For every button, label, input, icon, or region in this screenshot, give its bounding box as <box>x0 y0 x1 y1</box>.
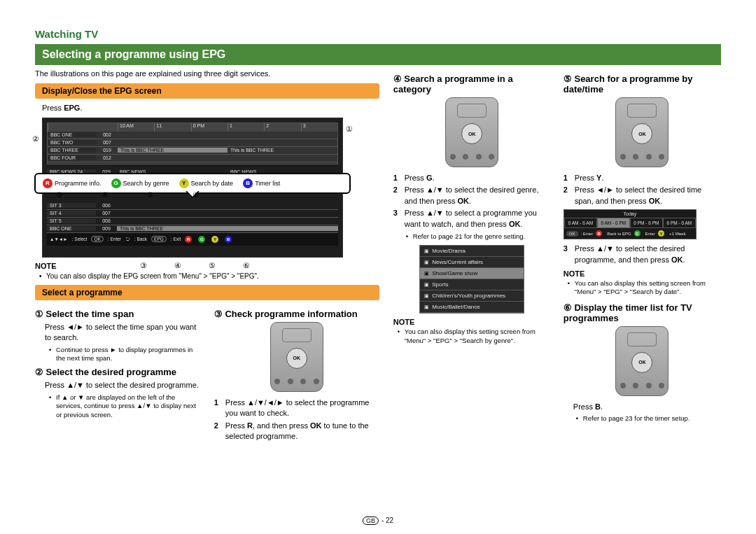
press-epg-suffix: . <box>80 104 82 112</box>
time-0: 10 AM <box>118 123 154 132</box>
step5-note-label: NOTE <box>564 269 721 278</box>
b-icon: B <box>243 178 253 188</box>
date-slot-selected: 6 AM - 0 PM <box>597 218 630 228</box>
step6-bullet: Refer to page 23 for the timer setup. <box>576 414 721 423</box>
time-3: 1 <box>227 123 264 132</box>
page-number: - 22 <box>382 517 393 524</box>
remote-icon: OK <box>270 322 323 392</box>
callout-2: ② <box>32 134 39 143</box>
time-2: 0 PM <box>191 123 227 132</box>
press-epg-prefix: Press <box>42 104 64 112</box>
genre-item: Movie/Drama <box>420 246 524 257</box>
section-header: Watching TV <box>35 28 721 40</box>
epg-grid-top: 10 AM 11 0 PM 1 2 3 BBC ONE002 BBC TWO00… <box>47 122 338 164</box>
step3-title: ③ Check programme information <box>214 309 379 319</box>
genre-menu: Movie/Drama News/Current affairs Show/Ga… <box>419 245 524 314</box>
genre-item: Music/Ballet/Dance <box>420 302 524 313</box>
r-icon: R <box>43 178 52 188</box>
remote-icon: OK <box>615 326 668 396</box>
left-column: The illustrations on this page are expla… <box>35 69 379 444</box>
bar-display-close: Display/Close the EPG screen <box>35 83 379 99</box>
region-badge: GB <box>363 517 379 525</box>
note1-text: You can also display the EPG screen from… <box>39 272 379 281</box>
intro-text: The illustrations on this page are expla… <box>35 69 379 78</box>
step2-bullet: If ▲ or ▼ are displayed on the left of t… <box>49 393 200 419</box>
genre-item: Sports <box>420 279 524 290</box>
y-label: Search by date <box>191 179 234 186</box>
time-5: 3 <box>301 123 337 132</box>
step3-li1: Press ▲/▼/◄/► to select the programme yo… <box>225 398 370 417</box>
press-epg-line: Press EPG. <box>35 103 379 113</box>
epg-screen: 10 AM 11 0 PM 1 2 3 BBC ONE002 BBC TWO00… <box>42 118 343 258</box>
time-1: 11 <box>154 123 190 132</box>
genre-item: Children's/Youth programmes <box>420 290 524 302</box>
remote-icon: OK <box>445 97 498 167</box>
y-icon: Y <box>179 178 189 188</box>
page-footer: GB- 22 <box>363 517 393 524</box>
bar-select-prog: Select a programme <box>35 285 379 300</box>
step-3: ③ Check programme information OK 1Press … <box>214 304 379 445</box>
step4-bullet: Refer to page 21 for the genre setting. <box>406 232 551 241</box>
step2-title: ② Select the desired programme <box>35 367 200 377</box>
step-4-col: ④ Search a programme in a category OK 1P… <box>393 69 551 444</box>
step-56-col: ⑤ Search for a programme by date/time OK… <box>564 69 721 444</box>
step1-bullet: Continue to press ► to display programme… <box>49 346 200 363</box>
step5-note-text: You can also display this setting screen… <box>568 279 721 297</box>
step4-note-text: You can also display this setting screen… <box>398 328 551 345</box>
r-label: Programme info. <box>55 179 102 186</box>
manual-page: Watching TV Selecting a programme using … <box>0 0 756 534</box>
remote-icon: OK <box>615 97 668 167</box>
callout-row-1: ③ ④ ⑤ ⑥ <box>56 190 218 199</box>
page-title: Selecting a programme using EPG <box>35 44 721 65</box>
callout-row-2: ③ ④ ⑤ ⑥ <box>140 261 262 270</box>
callout-1: ① <box>346 125 353 134</box>
step6-title: ⑥ Display the timer list for TV programm… <box>564 302 721 323</box>
step2-text: Press ▲/▼ to select the desired programm… <box>35 380 200 391</box>
b-label: Timer list <box>255 179 280 186</box>
step4-note-label: NOTE <box>393 318 551 326</box>
date-slot: 6 PM - 0 AM <box>663 218 696 228</box>
time-4: 2 <box>264 123 300 132</box>
steps-12: ① Select the time span Press ◄/► to sele… <box>35 304 200 445</box>
press-epg-bold: EPG <box>64 104 80 112</box>
date-menu: Today 0 AM - 6 AM 6 AM - 0 PM 0 PM - 6 P… <box>564 209 696 239</box>
step1-text: Press ◄/► to select the time span you wa… <box>35 322 200 343</box>
step1-title: ① Select the time span <box>35 309 200 319</box>
date-slot: 0 PM - 6 PM <box>630 218 663 228</box>
step5-title: ⑤ Search for a programme by date/time <box>564 73 721 94</box>
g-label: Search by genre <box>123 179 169 186</box>
epg-timeline: 10 AM 11 0 PM 1 2 3 <box>48 123 337 132</box>
g-icon: G <box>111 178 121 188</box>
step4-title: ④ Search a programme in a category <box>393 73 551 94</box>
genre-item: News/Current affairs <box>420 257 524 268</box>
genre-item-selected: Show/Game show <box>420 268 524 279</box>
date-slot: 0 AM - 6 AM <box>564 218 597 228</box>
epg-grid-bottom: SIT 3006 SIT 4007 SIT 5008 BBC ONE009Thi… <box>47 202 338 246</box>
